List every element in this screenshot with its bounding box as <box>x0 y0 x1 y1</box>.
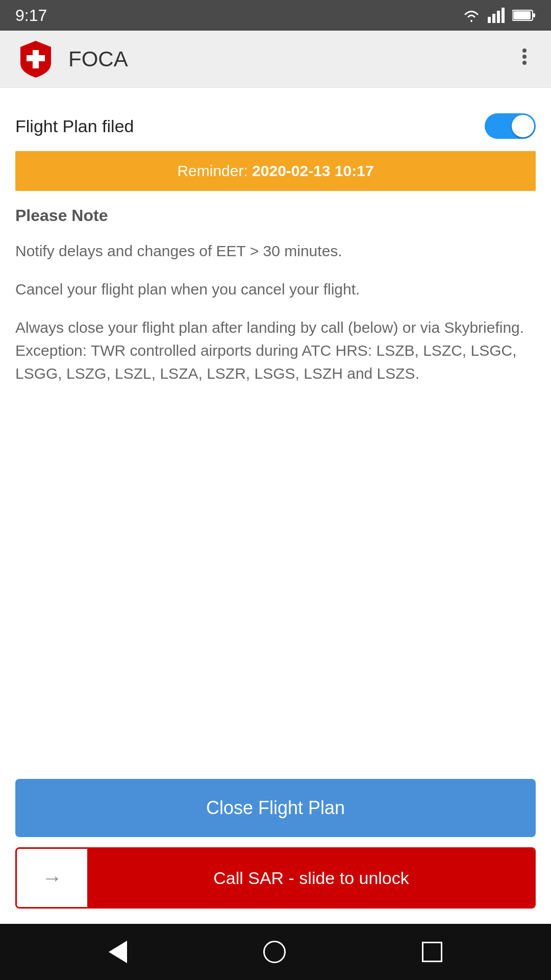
svg-rect-1 <box>492 14 495 23</box>
reminder-datetime: 2020-02-13 10:17 <box>252 162 374 179</box>
note-paragraph-2: Cancel your flight plan when you cancel … <box>15 278 536 301</box>
svg-rect-5 <box>513 11 531 19</box>
svg-point-10 <box>522 55 527 59</box>
flight-plan-toggle[interactable] <box>485 113 536 139</box>
reminder-prefix: Reminder: <box>177 162 252 179</box>
note-paragraph-1: Notify delays and changes of EET > 30 mi… <box>15 239 536 262</box>
status-icons <box>461 8 536 23</box>
sar-label: Call SAR - slide to unlock <box>213 868 409 888</box>
status-time: 9:17 <box>15 6 47 25</box>
svg-rect-3 <box>502 8 505 23</box>
sar-label-area: Call SAR - slide to unlock <box>88 849 534 907</box>
content-spacer <box>15 400 536 769</box>
svg-rect-2 <box>497 11 500 23</box>
call-sar-button[interactable]: → Call SAR - slide to unlock <box>15 847 536 909</box>
note-paragraph-3: Always close your flight plan after land… <box>15 316 536 385</box>
nav-bar <box>0 924 551 980</box>
sar-slider-handle[interactable]: → <box>17 849 88 907</box>
wifi-icon <box>461 8 482 23</box>
app-title: FOCA <box>68 47 501 71</box>
reminder-banner: Reminder: 2020-02-13 10:17 <box>15 151 536 191</box>
svg-point-11 <box>522 61 527 65</box>
svg-rect-8 <box>27 55 45 61</box>
close-flight-plan-button[interactable]: Close Flight Plan <box>15 779 536 837</box>
signal-icon <box>488 8 506 23</box>
main-content: Flight Plan filed Reminder: 2020-02-13 1… <box>0 88 551 769</box>
flight-plan-row: Flight Plan filed <box>15 103 536 151</box>
reminder-text: Reminder: 2020-02-13 10:17 <box>177 162 373 179</box>
foca-logo <box>15 39 56 80</box>
battery-icon <box>512 9 536 21</box>
nav-recent-button[interactable] <box>422 942 442 962</box>
svg-rect-6 <box>533 13 535 17</box>
please-note-title: Please Note <box>15 206 536 225</box>
toggle-thumb <box>512 115 534 137</box>
svg-point-9 <box>522 48 527 53</box>
app-bar: FOCA <box>0 31 551 88</box>
status-bar: 9:17 <box>0 0 551 31</box>
nav-home-button[interactable] <box>263 941 286 963</box>
flight-plan-filed-label: Flight Plan filed <box>15 116 134 136</box>
svg-rect-0 <box>488 17 491 23</box>
bottom-buttons: Close Flight Plan → Call SAR - slide to … <box>0 769 551 924</box>
notes-section: Please Note Notify delays and changes of… <box>15 206 536 400</box>
nav-back-button[interactable] <box>109 941 127 963</box>
sar-arrow-icon: → <box>42 867 62 890</box>
more-menu-button[interactable] <box>513 45 536 73</box>
